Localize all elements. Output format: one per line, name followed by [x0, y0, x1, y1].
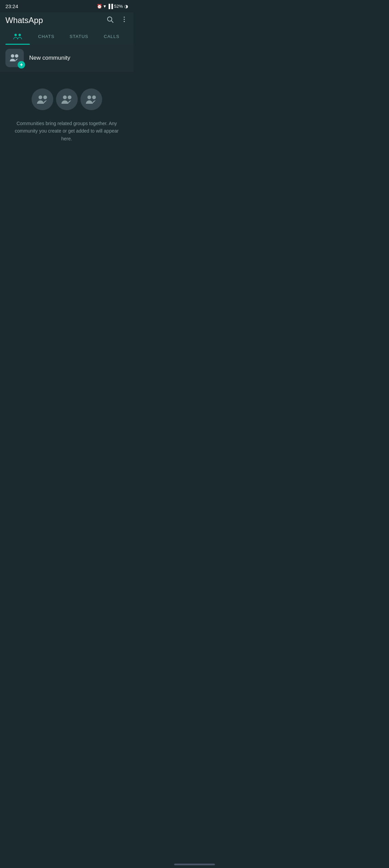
- svg-point-9: [38, 96, 42, 99]
- svg-point-8: [15, 54, 18, 58]
- main-content: Communities bring related groups togethe…: [0, 72, 133, 153]
- empty-state-description: Communities bring related groups togethe…: [13, 120, 121, 142]
- bottom-area: [0, 153, 133, 322]
- status-bar: 23:24 ⏰ ▾ ▐▐ 52% ◑: [0, 0, 133, 12]
- tab-status-label: STATUS: [70, 34, 88, 39]
- tab-communities[interactable]: [5, 28, 30, 45]
- battery-icon: ◑: [124, 4, 128, 9]
- svg-point-11: [63, 96, 67, 99]
- more-options-icon[interactable]: [121, 16, 128, 25]
- svg-point-3: [124, 19, 125, 20]
- signal-icon: ▐▐: [107, 4, 113, 9]
- illustration-circle-3: [80, 88, 102, 110]
- svg-point-5: [15, 34, 17, 36]
- svg-point-13: [87, 96, 91, 99]
- new-community-avatar: +: [5, 49, 24, 67]
- add-badge: +: [18, 61, 25, 68]
- svg-point-10: [43, 96, 47, 99]
- status-icons: ⏰ ▾ ▐▐ 52% ◑: [97, 3, 128, 9]
- tab-status[interactable]: STATUS: [62, 29, 95, 44]
- svg-point-14: [92, 96, 96, 99]
- illustration-circle-2: [56, 88, 78, 110]
- battery-text: 52%: [114, 4, 123, 9]
- new-community-label: New community: [29, 55, 70, 61]
- illustration-circle-1: [32, 88, 53, 110]
- new-community-button[interactable]: + New community: [0, 45, 133, 72]
- status-time: 23:24: [5, 3, 18, 9]
- app-title: WhatsApp: [5, 16, 43, 25]
- alarm-icon: ⏰: [97, 4, 102, 9]
- svg-point-4: [124, 21, 125, 22]
- header-actions: [106, 16, 128, 25]
- app-header: WhatsApp: [0, 12, 133, 45]
- tab-chats[interactable]: CHATS: [30, 29, 62, 44]
- svg-line-1: [111, 21, 113, 22]
- svg-point-7: [11, 54, 14, 58]
- wifi-icon: ▾: [104, 3, 106, 9]
- svg-point-6: [19, 34, 21, 36]
- communities-illustration: [30, 88, 104, 110]
- search-icon[interactable]: [106, 16, 114, 25]
- communities-tab-icon: [13, 33, 22, 40]
- tab-calls-label: CALLS: [104, 34, 119, 39]
- nav-tabs: CHATS STATUS CALLS: [5, 28, 128, 45]
- tab-calls[interactable]: CALLS: [95, 29, 128, 44]
- svg-point-12: [68, 96, 71, 99]
- tab-chats-label: CHATS: [38, 34, 54, 39]
- svg-point-2: [124, 17, 125, 18]
